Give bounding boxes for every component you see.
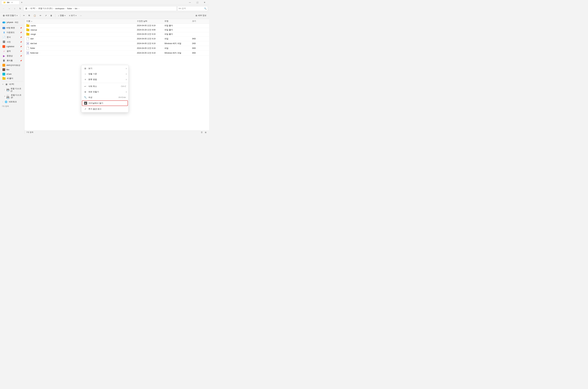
sidebar-label-local-c: 로컬 디스크 (C [11,87,22,92]
close-button[interactable]: ✕ [201,0,208,5]
toolbar-separator-2 [55,14,55,17]
new-button[interactable]: ⊕ 새로 만들기 ▾ [1,13,19,18]
view-icon: ≡ [69,15,70,17]
breadcrumb[interactable]: 🖥 > 내 PC > 로컬 디스크 (D:) > workspace > flu… [23,6,177,11]
tab-title: bin [7,1,9,3]
rename-icon: ✏ [40,14,41,17]
address-bar: ← → ↑ ↻ 🖥 > 내 PC > 로컬 디스크 (D:) > workspa… [0,5,209,12]
aws-icon [2,64,5,66]
details-button[interactable]: ⊞ 세부 정보 [194,13,208,18]
minimize-button[interactable]: — [187,0,193,5]
ctx-undo[interactable]: ↩ 삭제 취소 Ctrl+Z [81,84,129,89]
up-button[interactable]: ↑ [12,6,17,11]
delete-button[interactable]: 🗑 [49,13,54,18]
ctx-new[interactable]: ⊕ 새로 만들기 [81,89,129,95]
breadcrumb-disk[interactable]: 로컬 디스크 (D:) [38,7,53,10]
sidebar-label-mypc: 내 PC [9,83,14,86]
toolbar-separator-1 [20,14,20,17]
ctx-sort[interactable]: ↕ 정렬 기준 [81,71,129,77]
sidebar-item-newfolder[interactable]: 새 폴더 [0,76,24,81]
forward-button[interactable]: → [7,6,12,11]
copy-button[interactable]: ⧉ [27,13,32,18]
sidebar-item-desktop[interactable]: 바탕 화면 📌 [0,26,24,30]
new-icon: ⊕ [3,14,5,17]
search-box[interactable]: bin 검색 🔍 [177,6,208,11]
context-menu: ⊞ 보기 ↕ 정렬 기준 ≡ 분류 방법 ↩ 삭제 취소 [81,65,129,113]
window-tab[interactable]: 📁 bin ✕ [1,0,20,4]
sidebar-divider-2 [1,81,23,81]
sidebar-item-docs[interactable]: 📄 문서 📌 [0,35,24,39]
sort-button[interactable]: ↕ 정렬 ▾ [57,13,67,18]
breadcrumb-mypc[interactable]: 내 PC [30,7,35,10]
sidebar-divider-1 [1,25,23,25]
ctx-group-icon: ≡ [84,78,87,81]
photos-icon: 🖼 [2,40,5,43]
sidebar-label-ocam: oCam [6,73,11,75]
pin-icon-3: 📌 [20,36,22,38]
sidebar-item-downloads[interactable]: ⬇ 다운로드 📌 [0,30,24,35]
ctx-more-options-label: 추가 옵션 표시 [88,108,101,110]
cut-button[interactable]: ✂ [22,13,26,18]
refresh-button[interactable]: ↻ [18,6,23,11]
sidebar-item-trash[interactable]: 🗑 휴지통 📌 [0,58,24,63]
ctx-terminal[interactable]: ▶ 터미널에서 열기 [82,100,128,106]
sidebar-item-libs[interactable]: libs [0,67,24,72]
sidebar-item-video[interactable]: ▶ 동영상 📌 [0,54,24,58]
trash-icon: 🗑 [2,59,5,62]
new-tab-button[interactable]: + [20,0,24,5]
sidebar-item-onedrive[interactable]: juhyeok - 개인 [0,20,24,25]
ctx-new-icon: ⊕ [84,90,87,93]
lightshot-icon [2,45,5,48]
ctx-group-label: 분류 방법 [88,78,97,81]
pin-icon-8: 📌 [20,60,22,62]
ctx-properties-icon: 🔧 [84,96,87,99]
breadcrumb-flutter[interactable]: flutter [67,7,72,10]
pin-icon-2: 📌 [20,32,22,33]
sidebar-item-music[interactable]: ♪ 음악 📌 [0,49,24,53]
mypc-icon: 🖥 [5,83,8,86]
sidebar-item-network[interactable]: › 🌐 네트워크 [0,99,24,104]
back-button[interactable]: ← [1,6,6,11]
details-icon: ⊞ [196,14,197,17]
search-placeholder: bin 검색 [179,7,186,10]
share-button[interactable]: ↗ [43,13,48,18]
ctx-view[interactable]: ⊞ 보기 [81,66,129,71]
sidebar-item-lightshot[interactable]: Lightshot 📌 [0,44,24,49]
sidebar-item-aws[interactable]: AWS강의자료(강 [0,63,24,67]
paste-button[interactable]: 📋 [32,13,37,18]
sidebar-label-newfolder: 새 폴더 [7,77,13,80]
sidebar-label-photos: 사진 [7,41,11,43]
docs-icon: 📄 [2,36,5,39]
window-controls: — ⬜ ✕ [187,0,208,5]
search-icon: 🔍 [204,7,207,10]
view-button[interactable]: ≡ 보기 ▾ [67,13,78,18]
video-icon: ▶ [2,54,5,57]
ctx-properties[interactable]: 🔧 속성 Alt+Enter [81,95,129,100]
sidebar-item-local-d[interactable]: ▾ — 💾 로컬 디스크 (D [0,93,24,99]
pin-icon-4: 📌 [20,41,22,43]
sidebar-label-music: 음악 [7,50,11,53]
ctx-view-label: 보기 [88,67,92,70]
sidebar-item-ocam[interactable]: oCam [0,72,24,76]
sidebar-item-mypc[interactable]: ▾ 🖥 내 PC [0,82,24,87]
ctx-group[interactable]: ≡ 분류 방법 [81,77,129,82]
hdd-d-icon: — 💾 [7,95,10,98]
sidebar-label-trash: 휴지통 [7,59,13,62]
breadcrumb-workspace[interactable]: workspace [55,7,65,10]
breadcrumb-bin[interactable]: bin [75,7,77,10]
ctx-properties-shortcut: Alt+Enter [118,96,126,98]
rename-button[interactable]: ✏ [38,13,43,18]
maximize-button[interactable]: ⬜ [194,0,201,5]
ocam-icon [2,73,5,75]
sidebar-label-network: 네트워크 [9,100,17,103]
sidebar-item-photos[interactable]: 🖼 사진 📌 [0,40,24,44]
pin-icon-7: 📌 [20,55,22,57]
sidebar-item-local-c[interactable]: › 💾 로컬 디스크 (C [0,87,24,93]
ctx-more-options[interactable]: ↗ 추가 옵션 표시 [81,106,129,112]
content-area: 이름 ▲ 수정한 날짜 유형 크기 cache 2024-04-05 오전 9:… [25,19,209,134]
more-button[interactable]: ··· [79,13,83,18]
tab-close-button[interactable]: ✕ [11,1,13,4]
ctx-sort-icon: ↕ [84,72,87,75]
sort-dropdown-icon: ▾ [65,15,65,16]
sort-icon: ↕ [58,15,59,17]
